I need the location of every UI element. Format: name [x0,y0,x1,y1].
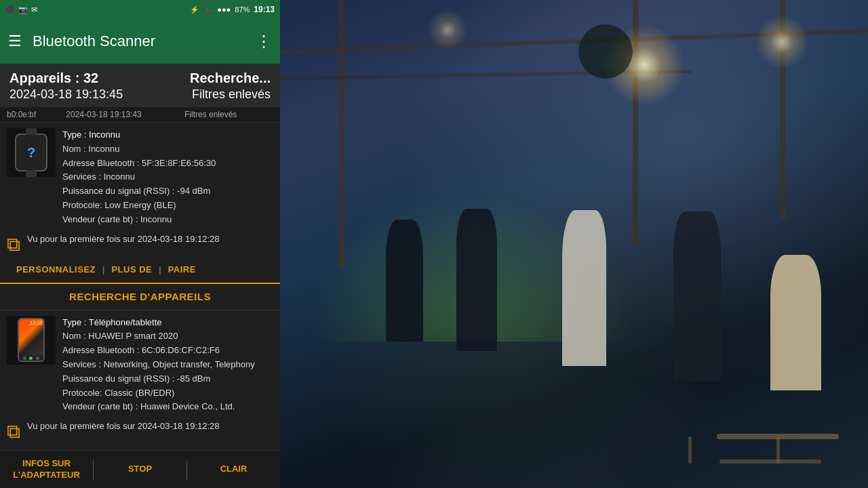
phone-btn-1 [23,357,26,360]
device1-services: Services : Inconnu [62,170,273,184]
action-personalize-1[interactable]: PERSONNALISEZ [9,262,102,277]
camera-icon: 📷 [18,5,28,14]
device1-address: Adresse Bluetooth : 5F:3E:8F:E6:56:30 [62,157,273,171]
search-banner: RECHERCHE D'APPAREILS [0,284,280,310]
device-top-1: ? Type : Inconnu Nom : Inconnu Adresse B… [7,128,273,227]
phone-btn-3 [36,357,39,360]
mail-icon: ✉ [31,5,37,14]
action-pair-1[interactable]: PAIRE [161,262,203,277]
device-info-2: Type : Téléphone/tablette Nom : HUAWEI P… [62,316,273,415]
light-glow-3 [427,9,468,50]
device1-rssi: Puissance du signal (RSSI) : -94 dBm [62,184,273,199]
device-item-2: 12:13 Type : Téléphone/tablette Nom : HU… [0,310,280,450]
phone-shape: 12:13 [18,318,45,362]
device2-rssi: Puissance du signal (RSSI) : -85 dBm [62,372,273,386]
bluetooth-icon: ⚡ [190,5,199,14]
table-leg-2 [688,436,692,464]
device2-services: Services : Networking, Object transfer, … [62,358,273,372]
phone-screen: 12:13 [19,319,43,355]
hamburger-icon[interactable]: ☰ [8,33,22,50]
status-bar: ⬛ 📷 ✉ ⚡ 📞 ●●● 87% 19:13 [0,0,280,19]
device-image-2: 12:13 [7,316,56,365]
prev-col1: b0:0e:bf [7,110,66,119]
person-1 [386,220,423,342]
prev-col3: Filtres enlevés [184,110,273,119]
device-actions-1: PERSONNALISEZ | PLUS DE | PAIRE [7,256,273,283]
stop-button[interactable]: STOP [94,458,186,481]
app-title: Bluetooth Scanner [33,33,256,50]
device1-name: Nom : Inconnu [62,142,273,157]
app-panel: ⬛ 📷 ✉ ⚡ 📞 ●●● 87% 19:13 ☰ Bluetooth Scan… [0,0,280,488]
person-4 [673,211,721,381]
header-info: Appareils : 32 Recherche... 2024-03-18 1… [0,64,280,107]
search-banner-text: RECHERCHE D'APPAREILS [69,291,211,302]
person-5 [770,255,821,390]
app-bar: ☰ Bluetooth Scanner ⋮ [0,19,280,64]
device-top-2: 12:13 Type : Téléphone/tablette Nom : HU… [7,316,273,415]
status-time: 19:13 [254,5,275,14]
device1-vendor: Vendeur (carte bt) : Inconnu [62,213,273,227]
battery-icon: 87% [235,5,250,14]
device2-type: Type : Téléphone/tablette [62,316,273,330]
device2-first-seen: Vu pour la première fois sur 2024-03-18 … [27,420,220,433]
person-3 [562,210,606,366]
adapter-info-line2: L'ADAPTATEUR [3,470,90,481]
device-item-1: ? Type : Inconnu Nom : Inconnu Adresse B… [0,123,280,284]
filters-status: Filtres enlevés [192,87,271,102]
action-more-1[interactable]: PLUS DE [104,262,159,277]
device-actions-2: PERSONNALISEZ | PLUS DE | PAIRE [7,443,273,450]
screenshot-icon: ⬛ [5,5,15,14]
device-list[interactable]: b0:0e:bf 2024-03-18 19:13:43 Filtres enl… [0,107,280,450]
adapter-info-line1: INFOS SUR [3,458,90,470]
device-extra-1: ⧉ Vu pour la première fois sur 2024-03-1… [7,230,273,256]
person-2 [456,209,497,351]
device2-vendor: Vendeur (carte bt) : Huawei Device Co., … [62,400,273,414]
adapter-info-button[interactable]: INFOS SUR L'ADAPTATEUR [0,453,93,487]
device-image-1: ? [7,128,56,177]
overflow-menu-icon[interactable]: ⋮ [256,32,272,51]
phone-bottom-bar [19,355,43,361]
copy-icon-1[interactable]: ⧉ [7,234,20,256]
search-status: Recherche... [190,70,271,86]
signal-bars-icon: ●●● [217,5,231,14]
device1-protocol: Protocole: Low Energy (BLE) [62,199,273,213]
watch-band-bottom [26,170,37,177]
light-glow-2 [755,15,809,69]
device1-first-seen: Vu pour la première fois sur 2024-03-18 … [27,232,220,246]
camera-panel [280,0,868,488]
device-info-1: Type : Inconnu Nom : Inconnu Adresse Blu… [62,128,273,227]
bottom-bar: INFOS SUR L'ADAPTATEUR STOP CLAIR [0,450,280,488]
scan-datetime: 2024-03-18 19:13:45 [9,87,123,102]
device2-name: Nom : HUAWEI P smart 2020 [62,329,273,344]
table-leg-1 [776,436,780,464]
device2-protocol: Protocole: Classic (BR/EDR) [62,386,273,401]
prev-col2: 2024-03-18 19:13:43 [66,110,184,119]
watch-band-top [26,128,37,135]
clear-button[interactable]: CLAIR [187,458,280,481]
phone-signal-icon: 📞 [203,5,213,14]
device-extra-2: ⧉ Vu pour la première fois sur 2024-03-1… [7,417,273,443]
devices-count: Appareils : 32 [9,70,98,86]
device1-type: Type : Inconnu [62,128,273,142]
watch-shape: ? [15,134,47,171]
tree-silhouette [578,24,633,79]
watch-question-mark: ? [27,145,35,161]
device2-address: Adresse Bluetooth : 6C:06:D6:CF:C2:F6 [62,344,273,358]
bench-1 [719,460,821,464]
phone-btn-home [29,357,33,360]
copy-icon-2[interactable]: ⧉ [7,421,20,443]
prev-item-row: b0:0e:bf 2024-03-18 19:13:43 Filtres enl… [0,107,280,123]
